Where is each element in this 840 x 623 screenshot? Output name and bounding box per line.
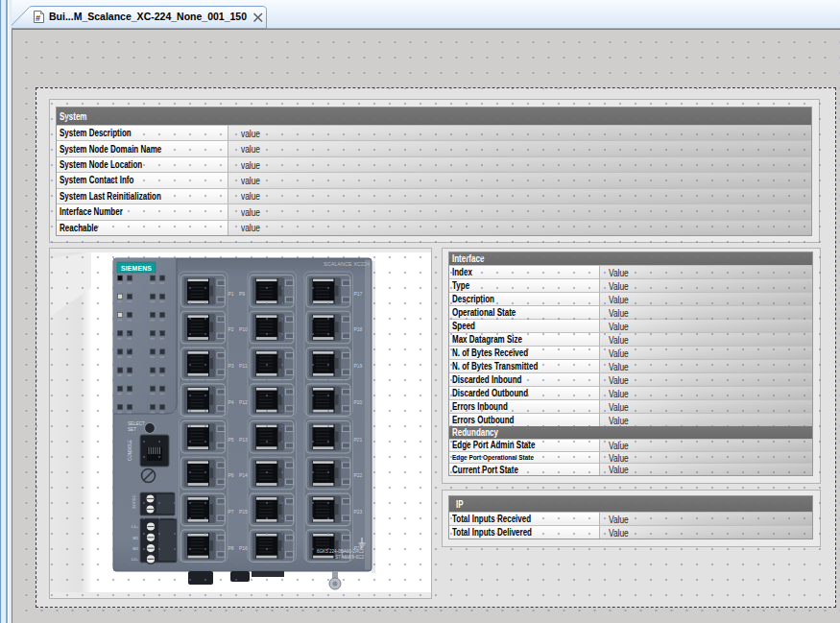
svg-text:P13: P13	[239, 437, 248, 443]
svg-text:#: #	[36, 13, 40, 23]
svg-text:P12: P12	[239, 399, 248, 405]
svg-text:P7: P7	[228, 509, 234, 515]
svg-text:SET: SET	[128, 427, 136, 432]
svg-text:P16: P16	[239, 545, 248, 551]
svg-text:P19: P19	[354, 363, 363, 369]
svg-text:P22: P22	[354, 472, 363, 478]
svg-text:P17: P17	[354, 291, 363, 297]
svg-text:P15: P15	[239, 509, 248, 515]
svg-text:P14: P14	[239, 472, 248, 478]
svg-text:ST-M08/9-6C2: ST-M08/9-6C2	[335, 555, 364, 560]
svg-text:P11: P11	[239, 363, 248, 369]
svg-text:SELECT: SELECT	[128, 421, 145, 426]
svg-text:P10: P10	[239, 326, 248, 332]
svg-text:M2: M2	[132, 546, 138, 551]
svg-text:P9: P9	[239, 291, 245, 297]
svg-text:SIEMENS: SIEMENS	[121, 265, 152, 272]
svg-text:24V DC: 24V DC	[132, 494, 136, 509]
svg-text:P8: P8	[228, 545, 234, 551]
svg-text:P6: P6	[228, 472, 234, 478]
svg-text:6GK5 224-0BA00-2AC2: 6GK5 224-0BA00-2AC2	[317, 549, 364, 554]
svg-text:Bui...M_Scalance_XC-224_None_0: Bui...M_Scalance_XC-224_None_001_150	[49, 11, 247, 22]
svg-text:P4: P4	[228, 399, 234, 405]
svg-text:P23: P23	[354, 509, 363, 515]
svg-text:P20: P20	[354, 399, 363, 405]
svg-text:L1+: L1+	[132, 524, 139, 529]
svg-text:L2+: L2+	[132, 557, 139, 562]
svg-text:M1: M1	[132, 536, 138, 540]
svg-text:P18: P18	[354, 326, 363, 332]
svg-text:P21: P21	[354, 437, 363, 443]
svg-text:SCALANCE XC224: SCALANCE XC224	[324, 261, 370, 267]
svg-text:P2: P2	[228, 326, 234, 332]
svg-text:CONSOLE: CONSOLE	[128, 440, 132, 461]
svg-text:P3: P3	[228, 363, 234, 369]
svg-text:P1: P1	[228, 291, 234, 297]
svg-text:P5: P5	[228, 437, 234, 443]
